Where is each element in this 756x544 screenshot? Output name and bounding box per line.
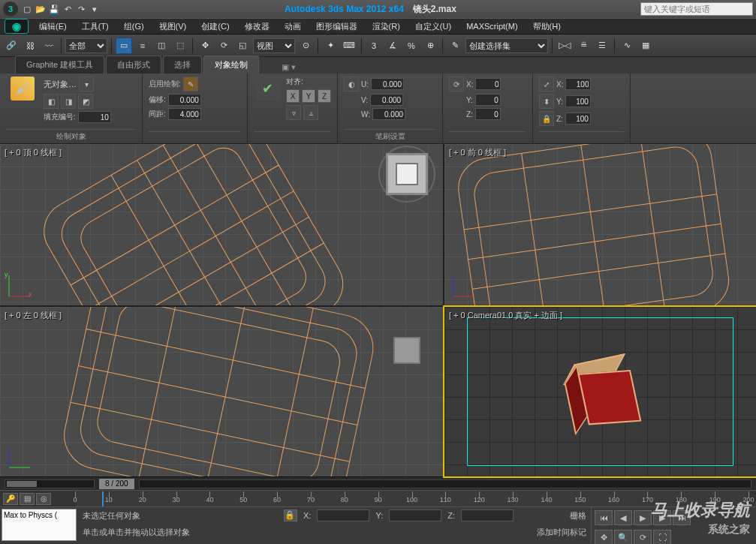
v-input[interactable] [370,94,403,106]
menu-create[interactable]: 创建(C) [194,19,236,35]
align-opt1-icon[interactable]: ▿ [286,105,301,120]
fill-number-input[interactable] [78,111,111,123]
manipulate-icon[interactable]: ✦ [322,38,339,54]
menu-edit[interactable]: 编辑(E) [32,19,74,35]
window-crossing-icon[interactable]: ⬚ [172,38,188,54]
curve-editor-icon[interactable]: ∿ [619,38,635,54]
viewport-widget[interactable] [393,337,420,364]
new-icon[interactable]: ▢ [21,3,33,15]
sx-input[interactable] [565,78,591,90]
mirror-icon[interactable]: ▷◁ [556,38,573,54]
percent-snap-icon[interactable]: % [403,38,420,54]
ref-coord-dropdown[interactable]: 视图 [253,38,295,53]
noobj-drop-icon[interactable]: ▾ [79,77,94,92]
ribbon-expand-icon[interactable]: ▣ ▾ [276,61,302,74]
app-menu-icon[interactable]: ◉ [5,19,29,34]
spinner-snap-icon[interactable]: ⊕ [422,38,438,54]
goto-end-icon[interactable]: ⏭ [673,510,691,525]
menu-views[interactable]: 视图(V) [152,19,194,35]
track-scrollbar[interactable] [5,479,95,488]
viewport-camera[interactable]: [ + 0 Camera01 0 真实 + 边面 ] [444,307,756,476]
help-search-input[interactable] [640,2,753,16]
named-selection-dropdown[interactable]: 创建选择集 [465,38,548,53]
viewport-label-camera[interactable]: [ + 0 Camera01 0 真实 + 边面 ] [449,310,562,321]
addtag-label[interactable]: 添加时间标记 [537,527,586,538]
viewport-label-front[interactable]: [ + 0 前 0 线框 ] [449,147,506,158]
goto-start-icon[interactable]: ⏮ [595,510,613,525]
qat-drop-icon[interactable]: ▾ [89,3,101,15]
viewcube[interactable] [386,153,428,195]
rotate-icon[interactable]: ⟳ [215,38,232,54]
snap-toggle-icon[interactable]: 3 [366,38,382,54]
tab-selection[interactable]: 选择 [163,56,202,74]
link-icon[interactable]: 🔗 [3,38,20,54]
key-filters-icon[interactable]: ▤ [20,493,35,505]
key-mode-icon[interactable]: ◎ [36,493,51,505]
align-y-button[interactable]: Y [302,89,315,103]
next-frame-icon[interactable]: ▶ [653,510,671,525]
align-check-button[interactable]: ✔ [254,77,282,101]
pivot-icon[interactable]: ⊙ [297,38,314,54]
app-logo-icon[interactable]: 3 [3,2,18,17]
select-region-icon[interactable]: ◫ [153,38,170,54]
tab-object-paint[interactable]: 对象绘制 [203,56,259,74]
menu-tools[interactable]: 工具(T) [74,19,116,35]
viewport-label-top[interactable]: [ + 0 顶 0 线框 ] [5,147,62,158]
redo-icon[interactable]: ↷ [75,3,87,15]
move-icon[interactable]: ✥ [197,38,213,54]
prev-frame-icon[interactable]: ◀ [614,510,632,525]
set-key-icon[interactable]: 🔑 [3,493,18,505]
tab-graphite[interactable]: Graphite 建模工具 [15,56,104,74]
save-icon[interactable]: 💾 [48,3,60,15]
select-object-icon[interactable]: ▭ [116,38,132,54]
nav-max-icon[interactable]: ⛶ [653,530,671,544]
unlink-icon[interactable]: ⛓ [22,38,38,54]
nav-pan-icon[interactable]: ✥ [595,530,613,544]
align-x-button[interactable]: X [286,89,300,103]
lock-selection-icon[interactable]: 🔒 [284,509,297,521]
menu-modifiers[interactable]: 修改器 [237,19,277,35]
paint-mode3-icon[interactable]: ◩ [78,94,93,109]
frame-indicator[interactable]: 8 / 200 [99,479,134,489]
offset-input[interactable] [168,94,201,106]
scale-lock-icon[interactable]: 🔒 [539,111,554,126]
paint-mode2-icon[interactable]: ◨ [61,94,76,109]
align-z-button[interactable]: Z [318,89,331,103]
menu-maxscript[interactable]: MAXScript(M) [459,20,525,33]
enable-paint-icon[interactable]: ✎ [183,77,198,92]
viewport-top[interactable]: [ + 0 顶 0 线框 ] xy [0,144,443,305]
coord-z-input[interactable] [461,509,514,521]
scale-icon[interactable]: ◱ [234,38,251,54]
rx-input[interactable] [475,78,501,90]
uvw-mode-icon[interactable]: ◐ [344,77,359,92]
menu-animation[interactable]: 动画 [277,19,309,35]
menu-help[interactable]: 帮助(H) [526,19,568,35]
menu-rendering[interactable]: 渲染(R) [365,19,408,35]
paint-brush-button[interactable]: 🖌 [6,77,39,101]
menu-customize[interactable]: 自定义(U) [408,19,459,35]
bind-icon[interactable]: 〰 [41,38,57,54]
schematic-icon[interactable]: ▦ [637,38,654,54]
timeline-ruler[interactable]: 0102030405060708090100110120130140150160… [75,491,748,506]
select-by-name-icon[interactable]: ≡ [134,38,151,54]
angle-snap-icon[interactable]: ∡ [384,38,401,54]
coord-y-input[interactable] [389,509,441,521]
selection-filter-dropdown[interactable]: 全部 [65,38,107,53]
w-input[interactable] [372,108,405,120]
sy-input[interactable] [565,95,591,107]
undo-icon[interactable]: ↶ [62,3,74,15]
keymode-icon[interactable]: ⌨ [341,38,357,54]
play-icon[interactable]: ▶ [634,510,652,525]
viewport-left[interactable]: [ + 0 左 0 线框 ] [0,307,443,476]
layers-icon[interactable]: ☰ [594,38,610,54]
scale-mode-icon[interactable]: ⤢ [539,77,554,92]
rz-input[interactable] [475,108,501,120]
coord-x-input[interactable] [317,509,369,521]
paint-mode1-icon[interactable]: ◧ [44,94,59,109]
viewport-front[interactable]: [ + 0 前 0 线框 ] [444,144,756,305]
nav-zoom-icon[interactable]: 🔍 [614,530,632,544]
align-icon[interactable]: ≞ [575,38,592,54]
time-slider-track[interactable] [139,479,751,488]
sz-input[interactable] [565,113,591,125]
spacing-input[interactable] [168,108,201,120]
